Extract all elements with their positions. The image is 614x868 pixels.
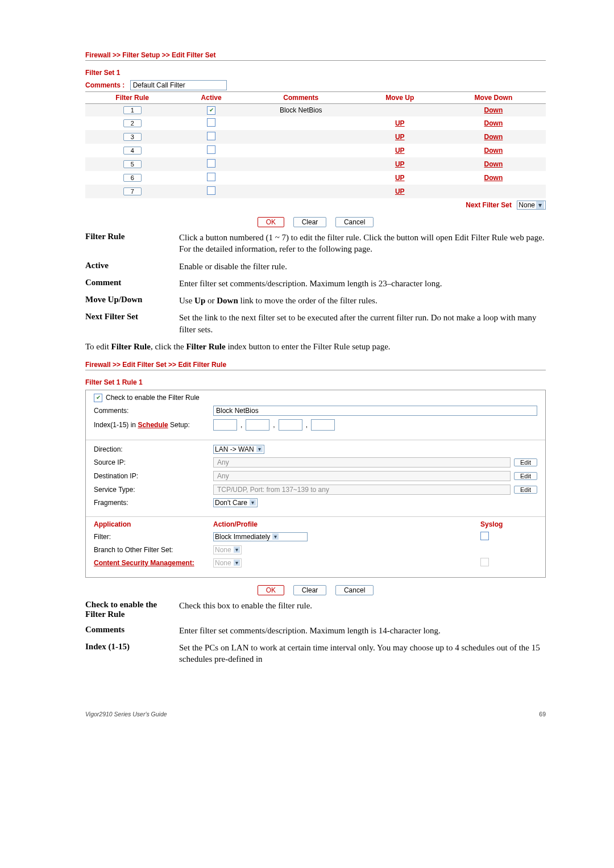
chevron-down-icon: ▾ [234,560,240,566]
col-active: Active [179,92,243,104]
chevron-down-icon: ▾ [250,499,256,506]
service-type-label: Service Type: [94,486,213,494]
definition-desc: Set the PCs on LAN to work at certain ti… [179,642,546,665]
definition-term: Check to enable the Filter Rule [85,600,179,619]
definition-desc: Click a button numbered (1 ~ 7) to edit … [179,232,546,255]
filter-rule-button[interactable]: 5 [123,160,142,168]
table-row: 6UPDown [85,171,546,185]
schedule-idx-4[interactable] [311,419,335,431]
definition-desc: Enter filter set comments/description. M… [179,625,441,636]
rule-comment [243,130,359,144]
direction-select[interactable]: LAN -> WAN▾ [213,445,264,454]
source-ip-label: Source IP: [94,458,213,466]
application-header: Application [94,520,213,528]
cancel-button[interactable]: Cancel [335,217,374,227]
filter-rule-button[interactable]: 6 [123,174,142,182]
body-text-1: To edit Filter Rule, click the Filter Ru… [85,342,546,352]
move-down-link[interactable]: Down [484,119,503,127]
comments-label: Comments : [85,81,125,89]
chevron-down-icon: ▾ [536,201,544,209]
active-checkbox[interactable] [207,145,215,154]
definition-term: Comment [85,278,179,289]
filter-rule-button[interactable]: 1 [123,106,142,114]
move-up-link[interactable]: UP [395,187,405,195]
direction-label: Direction: [94,445,213,453]
col-comments: Comments [243,92,359,104]
definition-term: Index (1-15) [85,642,179,665]
cancel-button-2[interactable]: Cancel [335,585,374,595]
active-checkbox[interactable] [207,159,215,168]
fragments-label: Fragments: [94,499,213,507]
schedule-idx-1[interactable] [213,419,237,431]
ok-button[interactable]: OK [258,217,284,227]
filter-rule-button[interactable]: 2 [123,119,142,127]
move-down-link[interactable]: Down [484,133,503,141]
move-up-link[interactable]: UP [395,160,405,168]
csm-link[interactable]: Content Security Management: [94,559,194,567]
next-filter-select[interactable]: None▾ [517,201,546,210]
source-ip-edit-button[interactable]: Edit [514,458,537,466]
move-up-link[interactable]: UP [395,119,405,127]
enable-rule-checkbox[interactable] [94,394,102,402]
table-row: 2UPDown [85,116,546,130]
syslog-header: Syslog [480,520,537,528]
move-down-link[interactable]: Down [484,160,503,168]
clear-button-2[interactable]: Clear [293,585,327,595]
filter-rule-button[interactable]: 7 [123,187,142,195]
filter-set-title: Filter Set 1 [85,69,546,77]
active-checkbox[interactable] [207,118,215,127]
active-checkbox[interactable] [207,106,215,115]
breadcrumb-2: Firewall >> Edit Filter Set >> Edit Filt… [85,361,546,369]
syslog-filter-checkbox[interactable] [480,532,489,540]
move-up-link[interactable]: UP [395,174,405,182]
definition-desc: Use Up or Down link to move the order of… [179,295,377,306]
table-row: 4UPDown [85,144,546,157]
col-filter-rule: Filter Rule [85,92,179,104]
service-type-edit-button[interactable]: Edit [514,486,537,494]
move-down-link[interactable]: Down [484,147,503,155]
rule-comment [243,144,359,157]
active-checkbox[interactable] [207,186,215,195]
filter-set-rule-title: Filter Set 1 Rule 1 [85,378,546,386]
move-up-link[interactable]: UP [395,147,405,155]
rule-comment: Block NetBios [243,104,359,117]
csm-select[interactable]: None▾ [213,558,242,567]
active-checkbox[interactable] [207,173,215,181]
move-down-link[interactable]: Down [484,106,503,114]
filter-label: Filter: [94,533,213,541]
table-row: 3UPDown [85,130,546,144]
rule-comment [243,116,359,130]
definition-desc: Set the link to the next filter set to b… [179,312,546,335]
filter-action-select[interactable]: Block Immediately▾ [213,532,308,541]
dest-ip-edit-button[interactable]: Edit [514,472,537,480]
definition-desc: Check this box to enable the filter rule… [179,600,312,619]
definition-term: Active [85,261,179,272]
col-move-down: Move Down [441,92,546,104]
comments-input[interactable] [130,80,227,90]
rule-comments-input[interactable] [213,406,537,416]
filter-rule-button[interactable]: 3 [123,133,142,141]
filter-rules-table: Filter Rule Active Comments Move Up Move… [85,91,546,198]
ok-button-2[interactable]: OK [258,585,284,595]
schedule-idx-3[interactable] [279,419,302,431]
definition-term: Next Filter Set [85,312,179,335]
rule-comment [243,185,359,198]
filter-rule-button[interactable]: 4 [123,147,142,155]
fragments-select[interactable]: Don't Care▾ [213,498,258,507]
branch-select[interactable]: None▾ [213,545,242,554]
schedule-idx-2[interactable] [246,419,269,431]
schedule-link[interactable]: Schedule [138,421,168,429]
active-checkbox[interactable] [207,132,215,140]
action-profile-header: Action/Profile [213,520,480,528]
move-up-link[interactable]: UP [395,133,405,141]
clear-button[interactable]: Clear [293,217,327,227]
service-type-value: TCP/UDP, Port: from 137~139 to any [213,485,511,495]
branch-label: Branch to Other Filter Set: [94,546,213,554]
next-filter-label: Next Filter Set [466,201,512,209]
chevron-down-icon: ▾ [272,533,279,540]
definition-desc: Enter filter set comments/description. M… [179,278,442,289]
rule-comment [243,171,359,185]
definition-term: Filter Rule [85,232,179,255]
col-move-up: Move Up [359,92,441,104]
move-down-link[interactable]: Down [484,174,503,182]
